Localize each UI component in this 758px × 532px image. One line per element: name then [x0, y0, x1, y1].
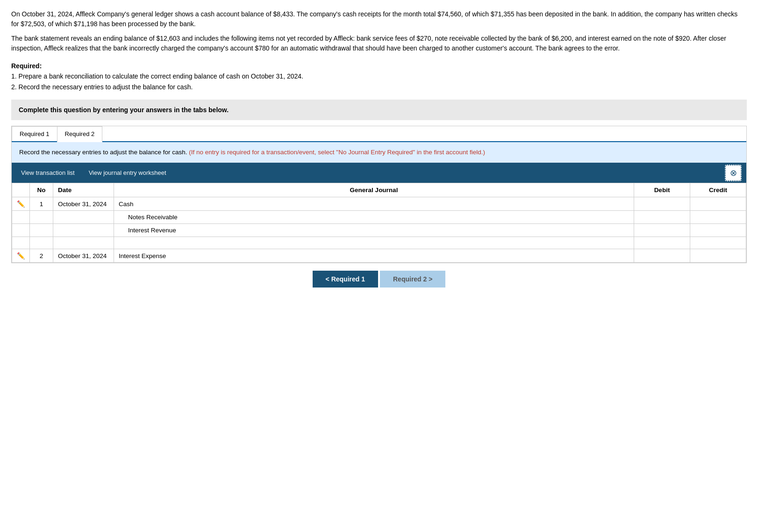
row-credit[interactable]	[690, 224, 746, 237]
row-date: October 31, 2024	[53, 249, 114, 263]
tabs-row: Required 1 Required 2	[12, 126, 746, 142]
col-edit-header	[12, 183, 30, 197]
row-date: October 31, 2024	[53, 197, 114, 211]
req2-text: 2. Record the necessary entries to adjus…	[11, 83, 193, 91]
nav-buttons: < Required 1 Required 2 >	[11, 271, 747, 297]
complete-banner-text: Complete this question by entering your …	[19, 106, 229, 114]
paragraph-2: The bank statement reveals an ending bal…	[11, 34, 747, 53]
complete-banner: Complete this question by entering your …	[11, 100, 747, 120]
tabs-container: Required 1 Required 2 Record the necessa…	[11, 126, 747, 263]
edit-cell	[12, 211, 30, 224]
edit-cell[interactable]: ✏️	[12, 197, 30, 211]
edit-cell	[12, 224, 30, 237]
row-gj[interactable]: Interest Expense	[114, 249, 634, 263]
row-credit[interactable]	[690, 249, 746, 263]
row-gj[interactable]: Cash	[114, 197, 634, 211]
row-gj[interactable]: Notes Receivable	[114, 211, 634, 224]
row-no: 2	[30, 249, 53, 263]
paragraph-1: On October 31, 2024, Affleck Company's g…	[11, 9, 747, 29]
table-row: Notes Receivable	[12, 211, 746, 224]
tab-required1[interactable]: Required 1	[12, 126, 57, 141]
edit-icon[interactable]: ✏️	[17, 200, 25, 208]
journal-table: No Date General Journal Debit Credit ✏️ …	[12, 183, 746, 263]
row-no	[30, 224, 53, 237]
col-date-header: Date	[53, 183, 114, 197]
tab-instruction: Record the necessary entries to adjust t…	[12, 142, 746, 163]
col-debit-header: Debit	[634, 183, 690, 197]
row-date	[53, 211, 114, 224]
next-button[interactable]: Required 2 >	[380, 271, 445, 288]
action-buttons-row: View transaction list View journal entry…	[12, 163, 746, 183]
col-gj-header: General Journal	[114, 183, 634, 197]
grid-icon-container: ⊗	[725, 165, 742, 181]
col-credit-header: Credit	[690, 183, 746, 197]
row-no	[30, 211, 53, 224]
required-label: Required:	[11, 62, 42, 70]
instruction-main: Record the necessary entries to adjust t…	[19, 149, 187, 156]
prev-button[interactable]: < Required 1	[313, 271, 378, 288]
row-no: 1	[30, 197, 53, 211]
col-no-header: No	[30, 183, 53, 197]
view-journal-entry-worksheet-button[interactable]: View journal entry worksheet	[82, 166, 173, 179]
view-transaction-list-button[interactable]: View transaction list	[14, 166, 81, 179]
table-row: ✏️ 1 October 31, 2024 Cash	[12, 197, 746, 211]
edit-icon[interactable]: ✏️	[17, 252, 25, 259]
instruction-red: (If no entry is required for a transacti…	[189, 149, 485, 156]
required-section: Required: 1. Prepare a bank reconciliati…	[11, 61, 747, 92]
row-credit[interactable]	[690, 211, 746, 224]
row-debit[interactable]	[634, 197, 690, 211]
table-row-empty	[12, 237, 746, 249]
problem-text: On October 31, 2024, Affleck Company's g…	[11, 9, 747, 53]
row-debit[interactable]	[634, 224, 690, 237]
row-credit[interactable]	[690, 197, 746, 211]
row-debit[interactable]	[634, 249, 690, 263]
table-row: Interest Revenue	[12, 224, 746, 237]
grid-icon[interactable]: ⊗	[725, 165, 742, 181]
req1-text: 1. Prepare a bank reconciliation to calc…	[11, 72, 303, 80]
edit-cell[interactable]: ✏️	[12, 249, 30, 263]
table-row: ✏️ 2 October 31, 2024 Interest Expense	[12, 249, 746, 263]
row-debit[interactable]	[634, 211, 690, 224]
row-date	[53, 224, 114, 237]
tab-required2[interactable]: Required 2	[57, 126, 103, 142]
row-gj[interactable]: Interest Revenue	[114, 224, 634, 237]
